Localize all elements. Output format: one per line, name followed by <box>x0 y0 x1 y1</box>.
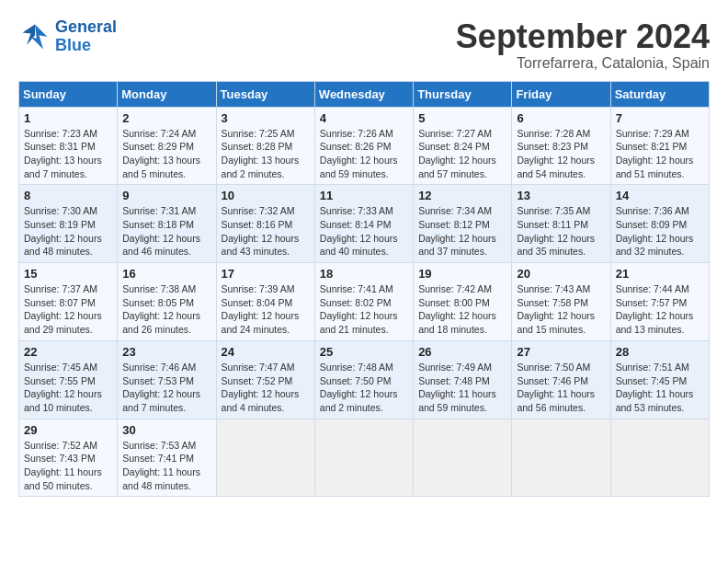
calendar-cell: 5Sunrise: 7:27 AM Sunset: 8:24 PM Daylig… <box>414 107 512 185</box>
calendar-cell: 4Sunrise: 7:26 AM Sunset: 8:26 PM Daylig… <box>314 107 413 185</box>
calendar-week-3: 15Sunrise: 7:37 AM Sunset: 8:07 PM Dayli… <box>19 263 710 341</box>
day-detail: Sunrise: 7:35 AM Sunset: 8:11 PM Dayligh… <box>517 204 605 259</box>
calendar-cell: 25Sunrise: 7:48 AM Sunset: 7:50 PM Dayli… <box>314 340 413 419</box>
calendar-table: Sunday Monday Tuesday Wednesday Thursday… <box>18 81 710 498</box>
calendar-cell <box>512 419 610 497</box>
calendar-cell: 14Sunrise: 7:36 AM Sunset: 8:09 PM Dayli… <box>610 185 709 263</box>
day-number: 20 <box>517 267 605 281</box>
day-number: 24 <box>222 345 310 359</box>
calendar-cell: 27Sunrise: 7:50 AM Sunset: 7:46 PM Dayli… <box>512 340 610 419</box>
col-tuesday: Tuesday <box>216 81 314 107</box>
calendar-cell: 10Sunrise: 7:32 AM Sunset: 8:16 PM Dayli… <box>216 185 314 263</box>
day-detail: Sunrise: 7:34 AM Sunset: 8:12 PM Dayligh… <box>418 204 506 259</box>
calendar-cell: 20Sunrise: 7:43 AM Sunset: 7:58 PM Dayli… <box>512 263 610 341</box>
month-title: September 2024 <box>456 18 710 55</box>
page-header: General Blue September 2024 Torrefarrera… <box>18 18 710 72</box>
day-detail: Sunrise: 7:44 AM Sunset: 7:57 PM Dayligh… <box>616 282 704 337</box>
day-detail: Sunrise: 7:26 AM Sunset: 8:26 PM Dayligh… <box>320 127 408 181</box>
calendar-week-2: 8Sunrise: 7:30 AM Sunset: 8:19 PM Daylig… <box>19 185 710 263</box>
calendar-week-1: 1Sunrise: 7:23 AM Sunset: 8:31 PM Daylig… <box>19 107 710 185</box>
day-number: 3 <box>222 111 310 125</box>
day-number: 16 <box>122 267 210 281</box>
col-friday: Friday <box>512 81 610 107</box>
day-detail: Sunrise: 7:28 AM Sunset: 8:23 PM Dayligh… <box>517 127 605 181</box>
calendar-cell: 13Sunrise: 7:35 AM Sunset: 8:11 PM Dayli… <box>512 185 610 263</box>
calendar-cell: 30Sunrise: 7:53 AM Sunset: 7:41 PM Dayli… <box>118 419 216 497</box>
day-detail: Sunrise: 7:32 AM Sunset: 8:16 PM Dayligh… <box>222 204 310 259</box>
day-detail: Sunrise: 7:31 AM Sunset: 8:18 PM Dayligh… <box>122 204 210 259</box>
calendar-cell: 19Sunrise: 7:42 AM Sunset: 8:00 PM Dayli… <box>414 263 512 341</box>
day-number: 7 <box>616 111 704 125</box>
calendar-cell: 8Sunrise: 7:30 AM Sunset: 8:19 PM Daylig… <box>19 185 118 263</box>
day-detail: Sunrise: 7:52 AM Sunset: 7:43 PM Dayligh… <box>24 439 112 493</box>
day-number: 12 <box>418 189 506 202</box>
day-detail: Sunrise: 7:25 AM Sunset: 8:28 PM Dayligh… <box>222 127 310 181</box>
col-saturday: Saturday <box>610 81 709 107</box>
calendar-cell <box>610 419 709 497</box>
title-block: September 2024 Torrefarrera, Catalonia, … <box>456 18 710 72</box>
day-detail: Sunrise: 7:38 AM Sunset: 8:05 PM Dayligh… <box>122 282 210 337</box>
day-detail: Sunrise: 7:30 AM Sunset: 8:19 PM Dayligh… <box>24 204 112 259</box>
day-detail: Sunrise: 7:41 AM Sunset: 8:02 PM Dayligh… <box>320 282 408 337</box>
calendar-week-5: 29Sunrise: 7:52 AM Sunset: 7:43 PM Dayli… <box>19 419 710 497</box>
calendar-cell <box>414 419 512 497</box>
day-number: 13 <box>517 189 605 202</box>
logo-text: General Blue <box>55 18 117 55</box>
day-number: 15 <box>24 267 112 281</box>
day-detail: Sunrise: 7:53 AM Sunset: 7:41 PM Dayligh… <box>122 439 210 493</box>
day-number: 21 <box>616 267 704 281</box>
col-monday: Monday <box>118 81 216 107</box>
day-number: 5 <box>418 111 506 125</box>
day-number: 1 <box>24 111 112 125</box>
day-detail: Sunrise: 7:46 AM Sunset: 7:53 PM Dayligh… <box>122 361 210 415</box>
day-number: 23 <box>122 345 210 359</box>
calendar-cell: 15Sunrise: 7:37 AM Sunset: 8:07 PM Dayli… <box>19 263 118 341</box>
day-detail: Sunrise: 7:29 AM Sunset: 8:21 PM Dayligh… <box>616 127 704 181</box>
day-number: 17 <box>222 267 310 281</box>
calendar-cell: 26Sunrise: 7:49 AM Sunset: 7:48 PM Dayli… <box>414 340 512 419</box>
day-number: 29 <box>24 423 112 437</box>
calendar-cell: 18Sunrise: 7:41 AM Sunset: 8:02 PM Dayli… <box>314 263 413 341</box>
day-detail: Sunrise: 7:27 AM Sunset: 8:24 PM Dayligh… <box>418 127 506 181</box>
day-detail: Sunrise: 7:42 AM Sunset: 8:00 PM Dayligh… <box>418 282 506 337</box>
calendar-cell <box>216 419 314 497</box>
day-number: 22 <box>24 345 112 359</box>
day-number: 18 <box>320 267 408 281</box>
logo: General Blue <box>18 18 117 55</box>
day-number: 28 <box>616 345 704 359</box>
day-detail: Sunrise: 7:37 AM Sunset: 8:07 PM Dayligh… <box>24 282 112 337</box>
day-number: 19 <box>418 267 506 281</box>
day-detail: Sunrise: 7:39 AM Sunset: 8:04 PM Dayligh… <box>222 282 310 337</box>
calendar-cell: 11Sunrise: 7:33 AM Sunset: 8:14 PM Dayli… <box>314 185 413 263</box>
col-sunday: Sunday <box>19 81 118 107</box>
day-number: 14 <box>616 189 704 202</box>
calendar-cell <box>314 419 413 497</box>
day-detail: Sunrise: 7:49 AM Sunset: 7:48 PM Dayligh… <box>418 361 506 415</box>
calendar-cell: 2Sunrise: 7:24 AM Sunset: 8:29 PM Daylig… <box>118 107 216 185</box>
calendar-cell: 29Sunrise: 7:52 AM Sunset: 7:43 PM Dayli… <box>19 419 118 497</box>
calendar-cell: 1Sunrise: 7:23 AM Sunset: 8:31 PM Daylig… <box>19 107 118 185</box>
col-thursday: Thursday <box>414 81 512 107</box>
day-number: 11 <box>320 189 408 202</box>
day-detail: Sunrise: 7:43 AM Sunset: 7:58 PM Dayligh… <box>517 282 605 337</box>
svg-marker-1 <box>23 24 36 45</box>
calendar-cell: 21Sunrise: 7:44 AM Sunset: 7:57 PM Dayli… <box>610 263 709 341</box>
day-number: 27 <box>517 345 605 359</box>
calendar-cell: 28Sunrise: 7:51 AM Sunset: 7:45 PM Dayli… <box>610 340 709 419</box>
location-subtitle: Torrefarrera, Catalonia, Spain <box>456 55 710 72</box>
day-detail: Sunrise: 7:47 AM Sunset: 7:52 PM Dayligh… <box>222 361 310 415</box>
calendar-cell: 24Sunrise: 7:47 AM Sunset: 7:52 PM Dayli… <box>216 340 314 419</box>
day-number: 26 <box>418 345 506 359</box>
calendar-cell: 23Sunrise: 7:46 AM Sunset: 7:53 PM Dayli… <box>118 340 216 419</box>
day-number: 10 <box>222 189 310 202</box>
day-detail: Sunrise: 7:51 AM Sunset: 7:45 PM Dayligh… <box>616 361 704 415</box>
calendar-cell: 6Sunrise: 7:28 AM Sunset: 8:23 PM Daylig… <box>512 107 610 185</box>
day-detail: Sunrise: 7:50 AM Sunset: 7:46 PM Dayligh… <box>517 361 605 415</box>
day-detail: Sunrise: 7:36 AM Sunset: 8:09 PM Dayligh… <box>616 204 704 259</box>
calendar-cell: 12Sunrise: 7:34 AM Sunset: 8:12 PM Dayli… <box>414 185 512 263</box>
day-number: 4 <box>320 111 408 125</box>
calendar-week-4: 22Sunrise: 7:45 AM Sunset: 7:55 PM Dayli… <box>19 340 710 419</box>
calendar-cell: 9Sunrise: 7:31 AM Sunset: 8:18 PM Daylig… <box>118 185 216 263</box>
calendar-cell: 17Sunrise: 7:39 AM Sunset: 8:04 PM Dayli… <box>216 263 314 341</box>
calendar-cell: 7Sunrise: 7:29 AM Sunset: 8:21 PM Daylig… <box>610 107 709 185</box>
